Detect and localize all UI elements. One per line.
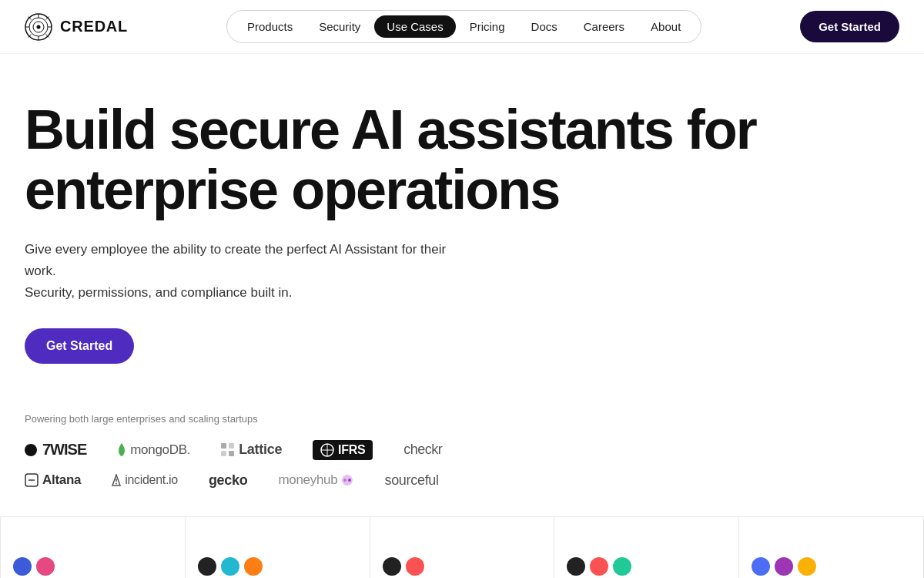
header-get-started-button[interactable]: Get Started <box>800 11 899 42</box>
hero-subtext: Give every employee the ability to creat… <box>25 239 456 304</box>
dot-indigo <box>752 557 770 576</box>
svg-point-26 <box>343 479 346 482</box>
logo-7wise: 7WISE <box>25 441 86 459</box>
logos-label: Powering both large enterprises and scal… <box>25 413 899 425</box>
bottom-card-2 <box>185 516 370 578</box>
logo-gecko: gecko <box>209 472 248 489</box>
logos-section: Powering both large enterprises and scal… <box>0 395 924 489</box>
credal-logo-icon <box>25 13 52 41</box>
bottom-card-4 <box>554 516 738 578</box>
dot-blue <box>13 557 32 576</box>
dot-dark-3 <box>567 557 585 576</box>
hero-section: Build secure AI assistants for enterpris… <box>0 54 924 395</box>
logo-altana: Altana <box>25 472 81 488</box>
bottom-card-5 <box>738 516 924 578</box>
logo-ifrs: IFRS <box>313 440 373 460</box>
dot-dark-1 <box>198 557 216 576</box>
dot-yellow <box>798 557 816 576</box>
dot-red-2 <box>590 557 608 576</box>
dot-red <box>406 557 424 576</box>
dot-cyan <box>221 557 239 576</box>
logo-moneyhub: moneyhub <box>278 472 353 488</box>
logos-row-1: 7WISE mongoDB. Lattice IFRS checkr <box>25 440 899 460</box>
credal-logo[interactable]: CREDAL <box>25 13 128 41</box>
nav-pricing[interactable]: Pricing <box>457 15 517 38</box>
svg-rect-16 <box>229 451 234 456</box>
logo-mongodb: mongoDB. <box>117 442 190 458</box>
bottom-cards-row <box>0 516 924 578</box>
nav-use-cases[interactable]: Use Cases <box>374 15 455 38</box>
dot-dark-2 <box>383 557 401 576</box>
logo-lattice: Lattice <box>221 442 282 458</box>
svg-point-3 <box>37 25 41 29</box>
nav-security[interactable]: Security <box>306 15 373 38</box>
hero-get-started-button[interactable]: Get Started <box>25 328 134 364</box>
logo-sourceful: sourceful <box>384 472 438 489</box>
logo-text: CREDAL <box>60 18 128 35</box>
bottom-card-1 <box>0 516 185 578</box>
nav-products[interactable]: Products <box>235 15 305 38</box>
bottom-card-3 <box>370 516 554 578</box>
svg-rect-13 <box>221 443 226 449</box>
svg-rect-14 <box>229 443 234 449</box>
svg-point-12 <box>25 444 37 456</box>
dot-orange <box>244 557 263 576</box>
logo-incident: incident.io <box>112 473 178 487</box>
svg-point-27 <box>348 479 351 482</box>
hero-headline: Build secure AI assistants for enterpris… <box>25 100 764 220</box>
svg-rect-15 <box>221 451 226 456</box>
dot-teal <box>613 557 631 576</box>
nav-about[interactable]: About <box>638 15 693 38</box>
dot-pink <box>36 557 55 576</box>
logo-checkr: checkr <box>403 442 442 458</box>
dot-violet <box>775 557 793 576</box>
main-nav: Products Security Use Cases Pricing Docs… <box>226 10 701 43</box>
svg-point-24 <box>116 483 117 485</box>
nav-careers[interactable]: Careers <box>571 15 637 38</box>
logos-row-2: Altana incident.io gecko moneyhub source… <box>25 472 899 489</box>
nav-docs[interactable]: Docs <box>519 15 570 38</box>
